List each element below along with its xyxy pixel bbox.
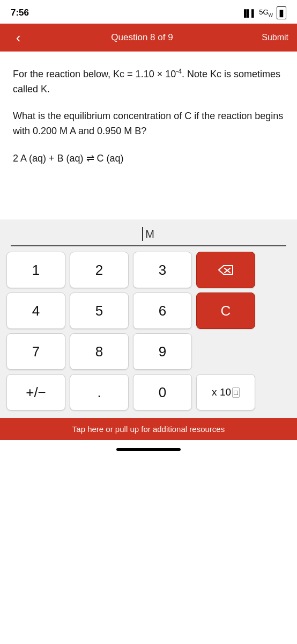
question-progress: Question 8 of 9 xyxy=(28,32,256,43)
battery-icon: ▮ xyxy=(277,6,286,19)
spacer xyxy=(0,177,297,219)
status-bar: 7:56 ▐▌▌ 5GW ▮ xyxy=(0,0,297,24)
network-label: 5GW xyxy=(259,8,273,18)
question-text-1: For the reaction below, Kc = 1.10 × 10-4… xyxy=(13,67,284,97)
input-field-row[interactable]: M xyxy=(11,219,286,246)
keypad-row-1: 1 2 3 xyxy=(6,252,291,288)
keypad-row-4: +/− . 0 x 10□ xyxy=(6,374,291,411)
status-time: 7:56 xyxy=(11,8,29,18)
input-unit: M xyxy=(145,228,155,240)
keypad: 1 2 3 4 5 6 C 7 8 9 +/− xyxy=(0,246,297,418)
home-indicator xyxy=(0,440,297,458)
clear-button[interactable]: C xyxy=(196,292,255,329)
key-9[interactable]: 9 xyxy=(133,333,192,370)
key-plus-minus[interactable]: +/− xyxy=(6,374,65,411)
key-x10-exponent[interactable]: x 10□ xyxy=(196,374,255,411)
home-bar xyxy=(116,448,181,451)
key-3[interactable]: 3 xyxy=(133,252,192,288)
keypad-row-2: 4 5 6 C xyxy=(6,292,291,329)
keypad-row-3: 7 8 9 xyxy=(6,333,291,370)
question-text-2: What is the equilibrium concentration of… xyxy=(13,109,284,139)
question-area: For the reaction below, Kc = 1.10 × 10-4… xyxy=(0,52,297,177)
cursor-indicator xyxy=(142,227,143,241)
status-icons: ▐▌▌ 5GW ▮ xyxy=(242,6,286,19)
key-decimal[interactable]: . xyxy=(70,374,129,411)
submit-button[interactable]: Submit xyxy=(256,33,288,42)
input-display-area: M 1 2 3 4 5 6 C 7 8 9 xyxy=(0,219,297,418)
key-4[interactable]: 4 xyxy=(6,292,65,329)
key-8[interactable]: 8 xyxy=(70,333,129,370)
reaction-equation: 2 A (aq) + B (aq) ⇌ C (aq) xyxy=(13,151,284,166)
key-2[interactable]: 2 xyxy=(70,252,129,288)
resources-bar[interactable]: Tap here or pull up for additional resou… xyxy=(0,418,297,440)
backspace-button[interactable] xyxy=(196,252,255,288)
back-button[interactable]: ‹ xyxy=(9,31,28,45)
key-0[interactable]: 0 xyxy=(133,374,192,411)
key-1[interactable]: 1 xyxy=(6,252,65,288)
key-6[interactable]: 6 xyxy=(133,292,192,329)
key-7[interactable]: 7 xyxy=(6,333,65,370)
key-5[interactable]: 5 xyxy=(70,292,129,329)
signal-icon: ▐▌▌ xyxy=(242,9,257,17)
header: ‹ Question 8 of 9 Submit xyxy=(0,24,297,52)
